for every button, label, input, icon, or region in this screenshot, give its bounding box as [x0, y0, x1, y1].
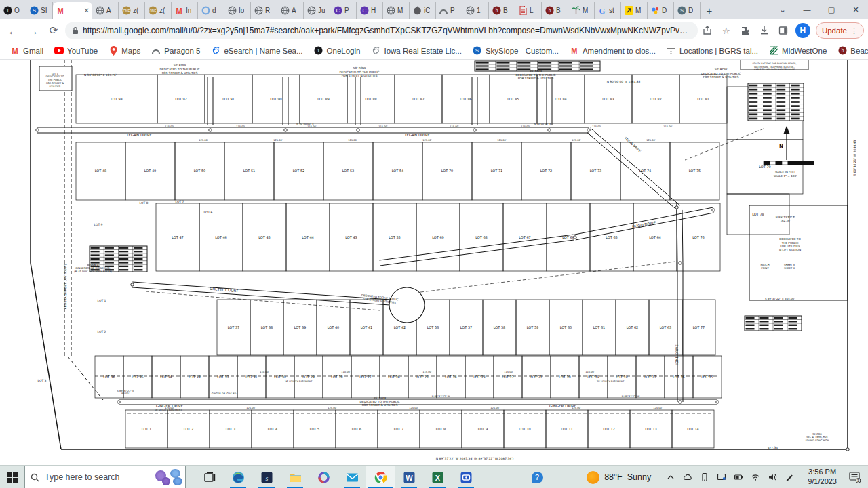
- browser-tab[interactable]: MIn: [172, 2, 198, 19]
- bookmark-list: MGmailYouTubeMapsParagon 5eSearch | Name…: [5, 45, 868, 57]
- tray-volume-icon[interactable]: [768, 472, 777, 482]
- browser-tab[interactable]: R: [251, 2, 277, 19]
- tray-phone-icon[interactable]: [700, 472, 709, 482]
- reading-mode-icon[interactable]: [776, 24, 790, 37]
- browser-tab[interactable]: SD: [674, 2, 701, 19]
- taskbar-search-box[interactable]: Type here to search: [24, 466, 186, 488]
- tab-title: Io: [239, 7, 244, 14]
- weather-widget[interactable]: 88°F Sunny: [587, 471, 651, 484]
- taskbar-app-excel-icon[interactable]: X: [423, 466, 452, 488]
- browser-tab-active[interactable]: M✕: [53, 2, 92, 19]
- tray-screen-icon[interactable]: [717, 472, 726, 482]
- browser-menu-icon[interactable]: ⋮: [850, 26, 858, 35]
- browser-tab[interactable]: L: [515, 2, 542, 19]
- browser-tab[interactable]: 1: [462, 2, 489, 19]
- browser-tab[interactable]: M: [568, 2, 595, 19]
- bookmark-item[interactable]: eSearch | Name Sea...: [206, 45, 307, 57]
- help-bubble-icon[interactable]: ?: [526, 472, 549, 483]
- browser-tab[interactable]: P: [436, 2, 462, 19]
- browser-tab[interactable]: Io: [224, 2, 251, 19]
- tab-title: z(: [133, 7, 138, 14]
- browser-tab[interactable]: Ju: [304, 2, 330, 19]
- svg-text:LOT 36: LOT 36: [103, 375, 115, 379]
- taskbar-app-office-icon[interactable]: [309, 466, 338, 488]
- download-icon[interactable]: [757, 24, 771, 37]
- browser-tab[interactable]: SSI: [26, 2, 53, 19]
- tab-title: A: [292, 7, 296, 14]
- reload-button[interactable]: ⟳: [45, 22, 62, 39]
- browser-tab[interactable]: A: [92, 2, 119, 19]
- maximize-button[interactable]: ▢: [819, 0, 844, 19]
- bookmark-star-icon[interactable]: ☆: [719, 24, 733, 37]
- new-tab-button[interactable]: +: [701, 2, 718, 19]
- browser-tab[interactable]: ONEz(: [145, 2, 172, 19]
- bookmark-item[interactable]: MidWestOne: [764, 45, 831, 57]
- taskbar-app-connect-icon[interactable]: [452, 466, 480, 488]
- taskbar-clock[interactable]: 3:56 PM 9/1/2023: [808, 468, 837, 487]
- bookmark-item[interactable]: MAmendment to clos...: [565, 45, 660, 57]
- browser-tab[interactable]: A: [277, 2, 304, 19]
- bookmark-item[interactable]: bBeacon: [833, 45, 868, 57]
- bookmark-item[interactable]: Iowa Real Estate Lic...: [366, 45, 466, 57]
- tray-pen-icon[interactable]: [785, 472, 794, 482]
- extensions-icon[interactable]: [738, 24, 752, 37]
- svg-text:LOT 61: LOT 61: [593, 325, 606, 329]
- tray-cloud-icon[interactable]: [683, 472, 692, 482]
- svg-text:LOT 39: LOT 39: [294, 325, 307, 329]
- bookmark-item[interactable]: 1OneLogin: [309, 45, 366, 57]
- browser-tab[interactable]: ONEz(: [119, 2, 145, 19]
- bookmark-item[interactable]: Locations | BGRS tal...: [662, 45, 763, 57]
- bookmark-item[interactable]: YouTube: [50, 45, 102, 57]
- forward-button[interactable]: →: [24, 22, 42, 39]
- share-icon[interactable]: [701, 24, 714, 37]
- taskbar-app-taskview-icon[interactable]: [195, 466, 224, 488]
- bookmark-label: Paragon 5: [164, 47, 200, 55]
- taskbar-app-word-icon[interactable]: W: [395, 466, 423, 488]
- browser-tab[interactable]: 1O: [0, 2, 26, 19]
- tab-close-icon[interactable]: ✕: [84, 7, 90, 14]
- svg-text:LOT 23: LOT 23: [473, 375, 486, 379]
- svg-text:LOT 37: LOT 37: [228, 325, 240, 329]
- svg-text:b: b: [495, 7, 498, 14]
- browser-tab[interactable]: Gst: [595, 2, 621, 19]
- update-button[interactable]: Update ⋮: [816, 22, 864, 39]
- bookmark-item[interactable]: Maps: [104, 45, 145, 57]
- browser-tab[interactable]: M: [383, 2, 410, 19]
- browser-tab[interactable]: bB: [489, 2, 515, 19]
- taskbar-app-chrome-icon[interactable]: [366, 466, 395, 488]
- browser-tab[interactable]: d: [198, 2, 224, 19]
- page-content: LOT 93LOT 92LOT 91LOT 90LOT 89LOT 88LOT …: [0, 60, 868, 465]
- browser-tab[interactable]: CP: [330, 2, 357, 19]
- svg-text:LOT 55: LOT 55: [389, 235, 401, 239]
- taskbar-app-edge-icon[interactable]: [224, 466, 252, 488]
- taskbar-app-sapp-icon[interactable]: s: [252, 466, 281, 488]
- browser-tab[interactable]: bB: [542, 2, 568, 19]
- browser-tab[interactable]: CH: [357, 2, 383, 19]
- back-button[interactable]: ←: [4, 22, 22, 39]
- search-highlight-image[interactable]: [154, 466, 185, 488]
- bookmark-item[interactable]: Paragon 5: [146, 45, 205, 57]
- taskbar-app-explorer-icon[interactable]: [281, 466, 309, 488]
- browser-tab[interactable]: D: [648, 2, 674, 19]
- bookmark-label: Locations | BGRS tal...: [679, 47, 758, 55]
- svg-text:LOT 14: LOT 14: [687, 427, 699, 431]
- browser-tab[interactable]: M: [621, 2, 648, 19]
- svg-text:LOT 46: LOT 46: [215, 235, 227, 239]
- svg-text:LOT 72: LOT 72: [540, 169, 553, 173]
- tab-search-icon[interactable]: ⌄: [770, 0, 795, 19]
- tray-chevron-icon[interactable]: [666, 472, 675, 482]
- taskbar-app-mailapp-icon[interactable]: [338, 466, 366, 488]
- start-button[interactable]: [0, 466, 24, 488]
- close-button[interactable]: ✕: [844, 0, 868, 19]
- tray-wifi-icon[interactable]: [751, 472, 760, 482]
- minimize-button[interactable]: —: [795, 0, 819, 19]
- bookmark-item[interactable]: MGmail: [5, 45, 48, 57]
- profile-avatar[interactable]: H: [795, 23, 810, 38]
- address-bar[interactable]: https://mail.google.com/mail/u/0/?zx=xg2…: [65, 22, 698, 39]
- svg-text:MATCHPOINT: MATCHPOINT: [760, 263, 769, 270]
- bookmark-item[interactable]: SSkySlope - Custom...: [468, 45, 564, 57]
- browser-tab[interactable]: iC: [410, 2, 436, 19]
- svg-text:X: X: [435, 474, 440, 482]
- notification-center-button[interactable]: 1: [844, 466, 867, 488]
- tray-battery-icon[interactable]: [734, 472, 743, 482]
